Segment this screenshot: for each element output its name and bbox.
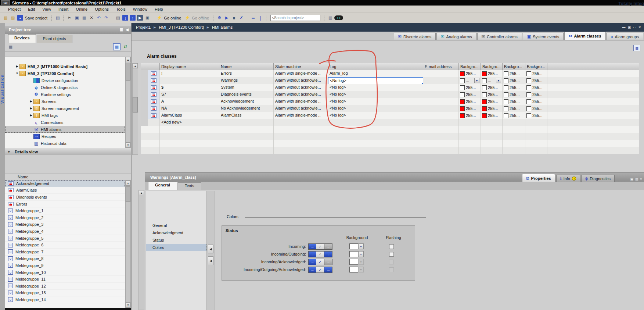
- background-color-cell[interactable]: 255...: [503, 70, 525, 77]
- list-item-meldegruppe-14[interactable]: υMeldegruppe_14: [5, 296, 125, 303]
- background-color-cell[interactable]: 255...: [503, 112, 525, 119]
- tree-item-connections[interactable]: ςConnections: [5, 119, 125, 126]
- close-icon[interactable]: ✕: [638, 25, 641, 29]
- log-cell[interactable]: <No log>: [328, 105, 423, 112]
- split-editor-horizontal-button[interactable]: ═: [250, 15, 256, 21]
- background-color-cell[interactable]: ...▼: [459, 77, 481, 84]
- collapse-left-icon[interactable]: ◀: [208, 245, 213, 253]
- project-tree-scrollbar[interactable]: ▲ ▼: [125, 57, 131, 148]
- add-new-label[interactable]: <Add new>: [160, 119, 219, 126]
- tab-devices[interactable]: Devices: [8, 34, 36, 43]
- background-color-cell[interactable]: 255...: [481, 98, 503, 105]
- nav-item-acknowledgment[interactable]: Acknowledgment: [146, 229, 206, 236]
- state-machine-cell[interactable]: Alarm with single-mode ..: [274, 112, 328, 119]
- display-name-cell[interactable]: $: [160, 84, 219, 91]
- email-cell[interactable]: [423, 91, 459, 98]
- background-color-cell[interactable]: 255...: [481, 84, 503, 91]
- background-color-cell[interactable]: ...▼: [481, 77, 503, 84]
- row-selector[interactable]: [141, 77, 148, 84]
- tab-general[interactable]: General: [148, 182, 177, 190]
- tree-item-hmi-3-tp1200-comfort[interactable]: ▼▫HMI_3 [TP1200 Comfort]: [5, 70, 125, 77]
- tab-alarm-groups[interactable]: υAlarm groups: [607, 33, 643, 40]
- list-item-meldegruppe-12[interactable]: υMeldegruppe_12: [5, 283, 125, 290]
- incoming-arrow-button[interactable]: →: [308, 251, 316, 257]
- tab-controller-alarms[interactable]: ✉Controller alarms: [477, 33, 522, 40]
- add-new-row[interactable]: <Add new>: [141, 119, 639, 126]
- scroll-up-icon[interactable]: ▲: [126, 57, 130, 62]
- background-color-cell[interactable]: 255...: [459, 105, 481, 112]
- acknowledge-check-button[interactable]: ✓: [316, 259, 324, 265]
- table-row-acknowledgement[interactable]: AAcknowledgementAlarm with single-mode .…: [141, 98, 639, 105]
- name-cell[interactable]: No Acknowledgement: [219, 105, 274, 112]
- expander-expanded-icon[interactable]: ▼: [15, 72, 19, 75]
- maximize-icon[interactable]: ▭: [633, 25, 636, 29]
- email-cell[interactable]: [423, 77, 459, 84]
- menu-help[interactable]: Help: [151, 6, 167, 12]
- color-swatch[interactable]: [349, 251, 358, 257]
- column-header-name[interactable]: Name: [219, 63, 274, 70]
- background-color-cell[interactable]: 255...: [525, 91, 547, 98]
- menu-window[interactable]: Window: [129, 6, 151, 12]
- menu-view[interactable]: View: [39, 6, 55, 12]
- tab-plant-objects[interactable]: Plant objects: [37, 35, 72, 43]
- incoming-arrow-button[interactable]: →: [308, 267, 316, 273]
- background-color-cell[interactable]: 255...: [481, 105, 503, 112]
- tree-item-screens[interactable]: ▶▫Screens: [5, 98, 125, 105]
- table-row-system[interactable]: $SystemAlarm without acknowle...<No log>…: [141, 84, 639, 91]
- list-item-meldegruppe-13[interactable]: υMeldegruppe_13: [5, 290, 125, 297]
- redo-button[interactable]: ↷: [103, 15, 109, 21]
- background-color-cell[interactable]: 255...: [459, 98, 481, 105]
- cross-references-button[interactable]: ✗: [238, 15, 245, 21]
- compile-button[interactable]: ▤: [115, 15, 121, 21]
- column-header-state-machine[interactable]: State machine: [274, 63, 328, 70]
- background-color-cell[interactable]: 255...: [503, 91, 525, 98]
- log-cell[interactable]: <No log>: [328, 98, 423, 105]
- background-color-cell[interactable]: 255...: [503, 98, 525, 105]
- column-header-backgro[interactable]: Backgro...: [525, 63, 547, 70]
- expander-collapsed-icon[interactable]: ▶: [29, 107, 33, 110]
- list-item-meldegruppe-6[interactable]: υMeldegruppe_6: [5, 242, 125, 249]
- expander-collapsed-icon[interactable]: ▶: [29, 100, 33, 103]
- outgoing-arrow-button[interactable]: →: [324, 267, 332, 273]
- background-color-cell[interactable]: 255...: [525, 112, 547, 119]
- collapse-rows-icon[interactable]: ▤: [635, 175, 638, 183]
- copy-button[interactable]: ▣: [73, 15, 80, 21]
- upload-from-device-button[interactable]: ↑: [129, 15, 136, 21]
- cut-button[interactable]: ✂: [66, 15, 73, 21]
- name-cell[interactable]: AlarmClass: [219, 112, 274, 119]
- log-edit-field[interactable]: <No log>: [328, 77, 423, 84]
- background-color-cell[interactable]: 255...: [525, 98, 547, 105]
- list-item-meldegruppe-10[interactable]: υMeldegruppe_10: [5, 269, 125, 276]
- log-cell[interactable]: <No log>: [328, 84, 423, 91]
- tree-item-hmi-tags[interactable]: ▶§HMI tags: [5, 112, 125, 119]
- download-to-device-button[interactable]: ↓: [122, 15, 129, 21]
- color-swatch[interactable]: [349, 243, 358, 249]
- paste-button[interactable]: ▦: [81, 15, 87, 21]
- tree-item-hmi-2-mtp1000-unified-basic[interactable]: ▶▫HMI_2 [MTP1000 Unified Basic]: [5, 63, 125, 70]
- go-offline-button[interactable]: ⚡: [184, 15, 190, 21]
- menu-online[interactable]: Online: [72, 6, 91, 12]
- color-swatch[interactable]: [349, 267, 358, 272]
- background-color-cell[interactable]: 255...: [525, 105, 547, 112]
- assistant-button[interactable]: oo: [334, 15, 343, 21]
- tab-alarm-classes[interactable]: ✉Alarm classes: [564, 32, 605, 40]
- collapse-panel-icon[interactable]: ▾: [640, 175, 642, 183]
- state-machine-cell[interactable]: Alarm without acknowle...: [274, 91, 328, 98]
- new-project-button[interactable]: ▧: [2, 15, 9, 21]
- tree-item-runtime-settings[interactable]: ⚙Runtime settings: [5, 91, 125, 98]
- menu-tools[interactable]: Tools: [112, 6, 129, 12]
- properties-left-scrollbar[interactable]: ▲: [138, 190, 144, 310]
- color-swatch[interactable]: [349, 259, 358, 265]
- details-view-header[interactable]: ▾ Details view: [5, 148, 131, 155]
- tree-item-hmi-alarms[interactable]: ✉HMI alarms: [5, 126, 125, 133]
- background-color-cell[interactable]: 255...: [525, 84, 547, 91]
- state-machine-cell[interactable]: Alarm with single-mode ..: [274, 70, 328, 77]
- scroll-thumb[interactable]: [133, 97, 138, 113]
- column-header-e-mail-address[interactable]: E-mail address: [423, 63, 459, 70]
- email-cell[interactable]: [423, 70, 459, 77]
- background-color-cell[interactable]: 255...: [525, 77, 547, 84]
- breadcrumb-segment-projekt1[interactable]: Projekt1: [136, 25, 151, 29]
- scroll-thumb[interactable]: [126, 186, 130, 202]
- row-selector[interactable]: [141, 91, 148, 98]
- scroll-up-icon[interactable]: ▲: [139, 190, 144, 195]
